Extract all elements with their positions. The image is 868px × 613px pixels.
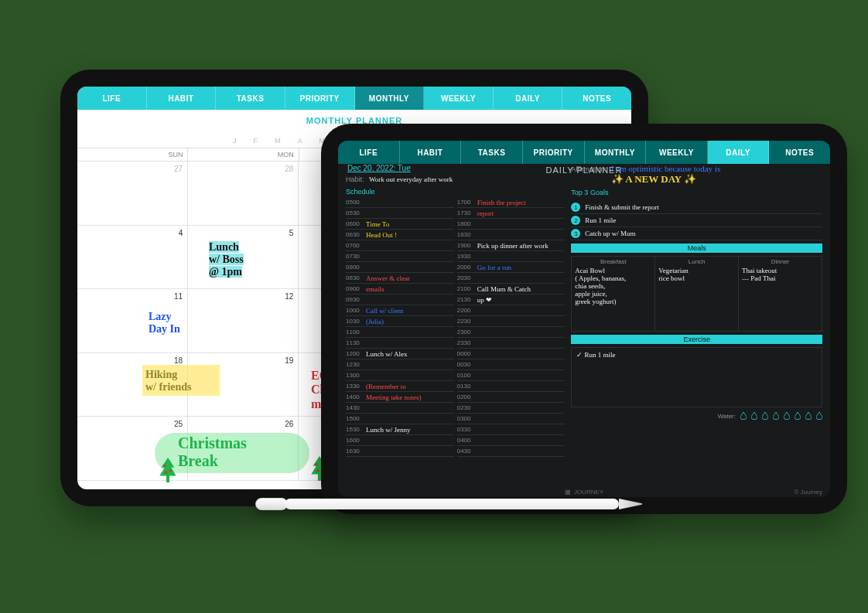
tab-tasks[interactable]: TASKS [461, 141, 523, 164]
schedule-row[interactable]: 1230 [346, 359, 454, 370]
schedule-row[interactable]: 0930 [346, 295, 454, 305]
water-drop-icon[interactable] [816, 412, 822, 420]
schedule-row[interactable]: 2300 [457, 327, 566, 338]
schedule-hour: 1230 [346, 361, 366, 368]
calendar-cell[interactable]: 4 [77, 226, 188, 290]
tab-weekly[interactable]: WEEKLY [424, 87, 494, 110]
schedule-row[interactable]: 1000Call w/ client [346, 305, 454, 316]
schedule-row[interactable]: 0030 [457, 359, 566, 370]
schedule-hour: 0930 [346, 296, 366, 303]
schedule-row[interactable]: 1200Lunch w/ Alex [346, 349, 454, 359]
water-drop-icon[interactable] [784, 412, 790, 420]
month-letter[interactable]: M [275, 137, 281, 145]
schedule-row[interactable]: 1300 [346, 370, 454, 381]
schedule-row[interactable]: 1430 [346, 403, 454, 414]
calendar-cell[interactable]: 12 [188, 289, 299, 353]
schedule-hour: 0300 [457, 415, 477, 422]
month-letter[interactable]: F [253, 137, 258, 145]
water-drop-icon[interactable] [795, 412, 801, 420]
water-drop-icon[interactable] [805, 412, 812, 420]
schedule-row[interactable]: 1130 [346, 338, 454, 349]
tab-monthly[interactable]: MONTHLY [585, 141, 647, 164]
schedule-hour: 1300 [346, 372, 366, 379]
calendar-cell[interactable]: 27 [77, 162, 188, 226]
schedule-row[interactable]: 0230 [457, 403, 566, 414]
water-drop-icon[interactable] [751, 412, 757, 420]
svg-marker-0 [159, 458, 176, 482]
schedule-row[interactable]: 1330 (Remember to [346, 381, 454, 392]
schedule-row[interactable]: 1500 [346, 414, 454, 424]
tabs-daily: LIFEHABITTASKSPRIORITYMONTHLYWEEKLYDAILY… [338, 141, 830, 164]
month-letter[interactable]: J [233, 137, 237, 145]
schedule-row[interactable]: 0500 [346, 197, 454, 208]
meal-dinner[interactable]: DinnerThai takeout — Pad Thai [739, 257, 822, 331]
schedule-hour: 1600 [346, 437, 366, 444]
schedule-hour: 0830 [346, 274, 366, 281]
schedule-row[interactable]: 0600Time To [346, 219, 454, 230]
meal-breakfast[interactable]: BreakfastAcai Bowl ( Apples, bananas, ch… [572, 257, 655, 331]
schedule-row[interactable]: 0900 emails [346, 284, 454, 295]
tab-notes[interactable]: NOTES [769, 141, 830, 164]
goal-item[interactable]: 3Catch up w/ Mum [571, 227, 822, 240]
schedule-row[interactable]: 0330 [457, 424, 566, 435]
schedule-row[interactable]: 2200 [457, 305, 566, 316]
tab-notes[interactable]: NOTES [562, 87, 631, 110]
tab-weekly[interactable]: WEEKLY [646, 141, 708, 164]
water-drop-icon[interactable] [773, 412, 779, 420]
schedule-row[interactable]: 1900Pick up dinner after work [457, 240, 566, 251]
schedule-row[interactable]: 0000 [457, 349, 566, 359]
schedule-row[interactable]: 2130 up ❤ [457, 295, 566, 305]
schedule-row[interactable]: 0400 [457, 435, 566, 446]
tab-daily[interactable]: DAILY [708, 141, 770, 164]
schedule-hour: 0030 [457, 361, 477, 368]
goal-item[interactable]: 1Finish & submit the report [571, 201, 822, 214]
water-drop-icon[interactable] [762, 412, 768, 420]
schedule-row[interactable]: 1530Lunch w/ Jenny [346, 424, 454, 435]
schedule-row[interactable]: 1100 [346, 327, 454, 338]
schedule-row[interactable]: 0100 [457, 370, 566, 381]
schedule-hour: 0530 [346, 209, 366, 216]
schedule-row[interactable]: 2100Call Mum & Catch [457, 284, 566, 295]
schedule-row[interactable]: 0130 [457, 381, 566, 392]
schedule-row[interactable]: 0830Answer & clear [346, 273, 454, 284]
schedule-row[interactable]: 0300 [457, 414, 566, 424]
schedule-row[interactable]: 1030 (Julia) [346, 316, 454, 327]
schedule-row[interactable]: 1930 [457, 251, 566, 262]
schedule-row[interactable]: 0630 Head Out ! [346, 230, 454, 240]
calendar-cell[interactable]: 28 [188, 162, 299, 226]
schedule-row[interactable]: 2230 [457, 316, 566, 327]
tab-priority[interactable]: PRIORITY [523, 141, 585, 164]
schedule-row[interactable]: 1830 [457, 230, 566, 240]
water-drop-icon[interactable] [740, 412, 747, 420]
tab-habit[interactable]: HABIT [147, 87, 217, 110]
tab-tasks[interactable]: TASKS [216, 87, 285, 110]
schedule-row[interactable]: 0530 [346, 208, 454, 219]
schedule-row[interactable]: 2330 [457, 338, 566, 349]
month-letter[interactable]: A [297, 137, 302, 145]
schedule-row[interactable]: 2000Go for a run [457, 262, 566, 273]
christmas-tree-icon [158, 458, 178, 484]
tab-priority[interactable]: PRIORITY [285, 87, 355, 110]
schedule-row[interactable]: 2030 [457, 273, 566, 284]
tab-life[interactable]: LIFE [77, 87, 147, 110]
schedule-hour: 0330 [457, 426, 477, 433]
goal-item[interactable]: 2Run 1 mile [571, 214, 822, 227]
schedule-row[interactable]: 0730 [346, 251, 454, 262]
daily-date[interactable]: Dec 20, 2022: Tue [346, 164, 565, 172]
schedule-row[interactable]: 0200 [457, 392, 566, 403]
tab-daily[interactable]: DAILY [494, 87, 563, 110]
tab-habit[interactable]: HABIT [400, 141, 462, 164]
schedule-row[interactable]: 1730 report [457, 208, 566, 219]
schedule-row[interactable]: 1700Finish the project [457, 197, 566, 208]
tab-life[interactable]: LIFE [338, 141, 400, 164]
schedule-row[interactable]: 1400Meeting take notes) [346, 392, 454, 403]
schedule-row[interactable]: 1800 [457, 219, 566, 230]
meal-lunch[interactable]: LunchVegetarian rice bowl [655, 257, 739, 331]
schedule-row[interactable]: 0800 [346, 262, 454, 273]
schedule-row[interactable]: 1600 [346, 435, 454, 446]
tab-monthly[interactable]: MONTHLY [355, 87, 425, 110]
schedule-hour: 1330 [346, 383, 366, 390]
schedule-row[interactable]: 0700 [346, 240, 454, 251]
schedule-row[interactable]: 1630 [346, 446, 454, 457]
schedule-row[interactable]: 0430 [457, 446, 566, 457]
